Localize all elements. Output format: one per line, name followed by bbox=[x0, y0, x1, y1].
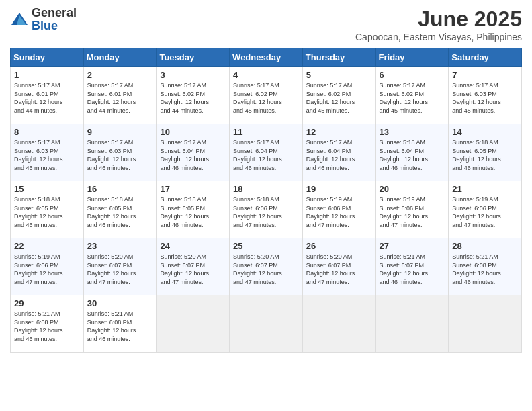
calendar-day-cell: 17Sunrise: 5:18 AM Sunset: 6:05 PM Dayli… bbox=[157, 181, 230, 238]
col-thursday: Thursday bbox=[302, 48, 375, 67]
day-info: Sunrise: 5:18 AM Sunset: 6:05 PM Dayligh… bbox=[452, 138, 518, 172]
day-info: Sunrise: 5:17 AM Sunset: 6:02 PM Dayligh… bbox=[233, 81, 299, 115]
calendar-header-row: Sunday Monday Tuesday Wednesday Thursday… bbox=[11, 48, 522, 67]
day-number: 18 bbox=[233, 184, 299, 194]
day-number: 15 bbox=[14, 184, 80, 194]
logo-general: General bbox=[32, 6, 77, 19]
day-info: Sunrise: 5:20 AM Sunset: 6:07 PM Dayligh… bbox=[87, 253, 153, 286]
col-friday: Friday bbox=[375, 48, 449, 67]
calendar-day-cell: 24Sunrise: 5:20 AM Sunset: 6:07 PM Dayli… bbox=[157, 238, 230, 295]
day-info: Sunrise: 5:17 AM Sunset: 6:04 PM Dayligh… bbox=[160, 138, 226, 172]
day-number: 29 bbox=[14, 298, 80, 308]
calendar-day-cell: 13Sunrise: 5:18 AM Sunset: 6:04 PM Dayli… bbox=[375, 124, 449, 181]
day-info: Sunrise: 5:17 AM Sunset: 6:03 PM Dayligh… bbox=[14, 138, 80, 172]
calendar-day-cell: 4Sunrise: 5:17 AM Sunset: 6:02 PM Daylig… bbox=[230, 67, 303, 124]
day-info: Sunrise: 5:19 AM Sunset: 6:06 PM Dayligh… bbox=[380, 195, 445, 229]
day-number: 22 bbox=[14, 241, 80, 251]
day-number: 10 bbox=[160, 127, 226, 137]
calendar-day-cell: 10Sunrise: 5:17 AM Sunset: 6:04 PM Dayli… bbox=[157, 124, 230, 181]
day-info: Sunrise: 5:21 AM Sunset: 6:08 PM Dayligh… bbox=[14, 310, 80, 343]
day-info: Sunrise: 5:17 AM Sunset: 6:02 PM Dayligh… bbox=[306, 81, 372, 115]
calendar-day-cell: 18Sunrise: 5:18 AM Sunset: 6:06 PM Dayli… bbox=[230, 181, 303, 238]
day-number: 27 bbox=[380, 241, 445, 251]
day-number: 7 bbox=[452, 70, 518, 80]
calendar-day-cell: 7Sunrise: 5:17 AM Sunset: 6:03 PM Daylig… bbox=[449, 67, 522, 124]
day-info: Sunrise: 5:17 AM Sunset: 6:04 PM Dayligh… bbox=[233, 138, 299, 172]
calendar: Sunday Monday Tuesday Wednesday Thursday… bbox=[10, 48, 522, 353]
calendar-week-row: 22Sunrise: 5:19 AM Sunset: 6:06 PM Dayli… bbox=[11, 238, 522, 295]
day-info: Sunrise: 5:18 AM Sunset: 6:04 PM Dayligh… bbox=[380, 138, 445, 172]
calendar-day-cell: 12Sunrise: 5:17 AM Sunset: 6:04 PM Dayli… bbox=[302, 124, 375, 181]
day-number: 17 bbox=[160, 184, 226, 194]
day-number: 21 bbox=[452, 184, 518, 194]
day-info: Sunrise: 5:17 AM Sunset: 6:03 PM Dayligh… bbox=[452, 81, 518, 115]
col-monday: Monday bbox=[83, 48, 157, 67]
col-wednesday: Wednesday bbox=[230, 48, 303, 67]
calendar-day-cell: 6Sunrise: 5:17 AM Sunset: 6:02 PM Daylig… bbox=[375, 67, 449, 124]
calendar-day-cell: 15Sunrise: 5:18 AM Sunset: 6:05 PM Dayli… bbox=[11, 181, 84, 238]
calendar-day-cell: 29Sunrise: 5:21 AM Sunset: 6:08 PM Dayli… bbox=[11, 295, 84, 353]
calendar-day-cell: 2Sunrise: 5:17 AM Sunset: 6:01 PM Daylig… bbox=[83, 67, 157, 124]
calendar-day-cell: 25Sunrise: 5:20 AM Sunset: 6:07 PM Dayli… bbox=[230, 238, 303, 295]
calendar-day-cell: 30Sunrise: 5:21 AM Sunset: 6:08 PM Dayli… bbox=[83, 295, 157, 353]
day-info: Sunrise: 5:20 AM Sunset: 6:07 PM Dayligh… bbox=[233, 253, 299, 286]
day-info: Sunrise: 5:18 AM Sunset: 6:05 PM Dayligh… bbox=[14, 195, 80, 229]
day-info: Sunrise: 5:21 AM Sunset: 6:07 PM Dayligh… bbox=[380, 253, 445, 286]
day-info: Sunrise: 5:17 AM Sunset: 6:04 PM Dayligh… bbox=[306, 138, 372, 172]
calendar-day-cell: 21Sunrise: 5:19 AM Sunset: 6:06 PM Dayli… bbox=[449, 181, 522, 238]
logo-icon bbox=[10, 10, 29, 29]
calendar-day-cell bbox=[449, 295, 522, 353]
calendar-day-cell: 19Sunrise: 5:19 AM Sunset: 6:06 PM Dayli… bbox=[302, 181, 375, 238]
day-number: 4 bbox=[233, 70, 299, 80]
calendar-day-cell: 14Sunrise: 5:18 AM Sunset: 6:05 PM Dayli… bbox=[449, 124, 522, 181]
day-number: 2 bbox=[87, 70, 153, 80]
day-info: Sunrise: 5:19 AM Sunset: 6:06 PM Dayligh… bbox=[14, 253, 80, 286]
day-info: Sunrise: 5:18 AM Sunset: 6:05 PM Dayligh… bbox=[87, 195, 153, 229]
calendar-day-cell: 26Sunrise: 5:20 AM Sunset: 6:07 PM Dayli… bbox=[302, 238, 375, 295]
day-number: 28 bbox=[452, 241, 518, 251]
col-sunday: Sunday bbox=[11, 48, 84, 67]
calendar-day-cell bbox=[230, 295, 303, 353]
header: General Blue June 2025 Capoocan, Eastern… bbox=[10, 7, 522, 42]
calendar-day-cell bbox=[302, 295, 375, 353]
day-number: 11 bbox=[233, 127, 299, 137]
day-info: Sunrise: 5:21 AM Sunset: 6:08 PM Dayligh… bbox=[87, 310, 153, 343]
day-number: 24 bbox=[160, 241, 226, 251]
calendar-day-cell: 9Sunrise: 5:17 AM Sunset: 6:03 PM Daylig… bbox=[83, 124, 157, 181]
day-info: Sunrise: 5:20 AM Sunset: 6:07 PM Dayligh… bbox=[306, 253, 372, 286]
day-number: 19 bbox=[306, 184, 372, 194]
calendar-day-cell: 22Sunrise: 5:19 AM Sunset: 6:06 PM Dayli… bbox=[11, 238, 84, 295]
day-number: 9 bbox=[87, 127, 153, 137]
calendar-week-row: 15Sunrise: 5:18 AM Sunset: 6:05 PM Dayli… bbox=[11, 181, 522, 238]
day-number: 23 bbox=[87, 241, 153, 251]
day-info: Sunrise: 5:20 AM Sunset: 6:07 PM Dayligh… bbox=[160, 253, 226, 286]
calendar-day-cell: 27Sunrise: 5:21 AM Sunset: 6:07 PM Dayli… bbox=[375, 238, 449, 295]
calendar-week-row: 1Sunrise: 5:17 AM Sunset: 6:01 PM Daylig… bbox=[11, 67, 522, 124]
day-info: Sunrise: 5:18 AM Sunset: 6:05 PM Dayligh… bbox=[160, 195, 226, 229]
day-number: 8 bbox=[14, 127, 80, 137]
day-number: 5 bbox=[306, 70, 372, 80]
day-number: 25 bbox=[233, 241, 299, 251]
day-info: Sunrise: 5:17 AM Sunset: 6:01 PM Dayligh… bbox=[14, 81, 80, 115]
col-tuesday: Tuesday bbox=[157, 48, 230, 67]
logo-blue: Blue bbox=[32, 19, 58, 32]
day-number: 16 bbox=[87, 184, 153, 194]
col-saturday: Saturday bbox=[449, 48, 522, 67]
day-number: 13 bbox=[380, 127, 445, 137]
calendar-day-cell: 20Sunrise: 5:19 AM Sunset: 6:06 PM Dayli… bbox=[375, 181, 449, 238]
logo-text: General Blue bbox=[32, 7, 77, 32]
day-info: Sunrise: 5:17 AM Sunset: 6:03 PM Dayligh… bbox=[87, 138, 153, 172]
calendar-day-cell: 28Sunrise: 5:21 AM Sunset: 6:08 PM Dayli… bbox=[449, 238, 522, 295]
subtitle: Capoocan, Eastern Visayas, Philippines bbox=[355, 32, 522, 42]
main-title: June 2025 bbox=[355, 7, 522, 32]
day-info: Sunrise: 5:19 AM Sunset: 6:06 PM Dayligh… bbox=[306, 195, 372, 229]
day-number: 6 bbox=[380, 70, 445, 80]
day-number: 14 bbox=[452, 127, 518, 137]
day-info: Sunrise: 5:19 AM Sunset: 6:06 PM Dayligh… bbox=[452, 195, 518, 229]
calendar-day-cell: 23Sunrise: 5:20 AM Sunset: 6:07 PM Dayli… bbox=[83, 238, 157, 295]
day-info: Sunrise: 5:17 AM Sunset: 6:01 PM Dayligh… bbox=[87, 81, 153, 115]
calendar-week-row: 29Sunrise: 5:21 AM Sunset: 6:08 PM Dayli… bbox=[11, 295, 522, 353]
calendar-day-cell: 16Sunrise: 5:18 AM Sunset: 6:05 PM Dayli… bbox=[83, 181, 157, 238]
title-area: June 2025 Capoocan, Eastern Visayas, Phi… bbox=[355, 7, 522, 42]
logo: General Blue bbox=[10, 7, 77, 32]
